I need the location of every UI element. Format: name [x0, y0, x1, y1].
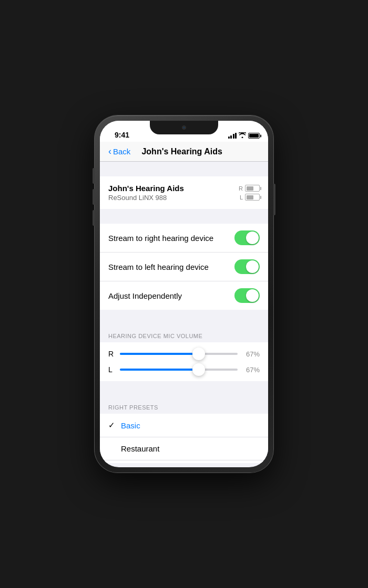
slider-channel-r: R — [108, 350, 115, 358]
toggle-row-adjust: Adjust Independently — [100, 281, 268, 310]
battery-icon — [248, 133, 260, 139]
device-model: ReSound LiNX 988 — [108, 194, 184, 202]
presets-header: RIGHT PRESETS — [100, 396, 268, 414]
toggle-thumb-left — [246, 260, 259, 273]
toggle-thumb-right — [246, 232, 259, 244]
slider-value-l: 67% — [243, 366, 260, 374]
back-button[interactable]: ‹ Back — [108, 146, 130, 157]
toggle-right[interactable] — [234, 230, 260, 245]
signal-icon — [228, 133, 237, 139]
toggle-label-adjust: Adjust Independently — [108, 291, 182, 300]
slider-l[interactable] — [120, 369, 238, 371]
slider-r[interactable] — [120, 353, 238, 355]
device-details: John's Hearing Aids ReSound LiNX 988 — [108, 184, 184, 202]
preset-label-basic: Basic — [121, 421, 140, 430]
wifi-icon — [239, 132, 246, 139]
battery-label-l: L — [240, 194, 243, 201]
status-time: 9:41 — [108, 131, 129, 139]
toggle-row-left: Stream to left hearing device — [100, 253, 268, 281]
battery-indicators: R L — [239, 185, 260, 201]
notch — [150, 121, 218, 134]
battery-row-l: L — [240, 194, 260, 201]
toggle-adjust[interactable] — [234, 288, 260, 303]
content-area: John's Hearing Aids ReSound LiNX 988 R L — [100, 162, 268, 463]
preset-label-restaurant: Restaurant — [121, 444, 159, 453]
status-icons — [228, 132, 260, 139]
slider-track-r — [120, 353, 238, 355]
back-label: Back — [113, 147, 130, 156]
nav-title: John's Hearing Aids — [130, 147, 233, 156]
slider-thumb-l[interactable] — [192, 363, 205, 376]
camera — [182, 125, 186, 130]
slider-row-l: L 67% — [108, 365, 260, 374]
toggle-label-left: Stream to left hearing device — [108, 262, 209, 271]
slider-row-r: R 67% — [108, 350, 260, 358]
nav-bar: ‹ Back John's Hearing Aids — [100, 142, 268, 162]
slider-fill-r — [120, 353, 199, 355]
toggle-row-right: Stream to right hearing device — [100, 224, 268, 253]
checkmark-icon: ✓ — [108, 421, 119, 430]
presets-card: ✓ Basic Restaurant Outdoor Party — [100, 414, 268, 463]
slider-value-r: 67% — [243, 350, 260, 358]
battery-l — [245, 194, 260, 201]
toggle-left[interactable] — [234, 259, 260, 274]
battery-row-r: R — [239, 185, 260, 192]
phone-frame: 9:41 — [95, 116, 273, 472]
sliders-card: R 67% L — [100, 342, 268, 381]
device-info-card: John's Hearing Aids ReSound LiNX 988 R L — [100, 176, 268, 209]
slider-track-l — [120, 369, 238, 371]
preset-row-basic[interactable]: ✓ Basic — [100, 414, 268, 437]
preset-row-restaurant[interactable]: Restaurant — [100, 437, 268, 460]
toggles-card: Stream to right hearing device Stream to… — [100, 224, 268, 310]
phone-screen: 9:41 — [100, 121, 268, 467]
slider-fill-l — [120, 369, 199, 371]
toggle-thumb-adjust — [246, 289, 259, 302]
toggle-label-right: Stream to right hearing device — [108, 234, 213, 243]
mic-volume-header: HEARING DEVICE MIC VOLUME — [100, 324, 268, 342]
slider-thumb-r[interactable] — [192, 348, 205, 360]
slider-channel-l: L — [108, 365, 115, 374]
device-name: John's Hearing Aids — [108, 184, 184, 193]
battery-label-r: R — [239, 185, 243, 192]
battery-r — [245, 185, 260, 192]
chevron-left-icon: ‹ — [108, 146, 111, 157]
preset-row-outdoor[interactable]: Outdoor — [100, 460, 268, 463]
